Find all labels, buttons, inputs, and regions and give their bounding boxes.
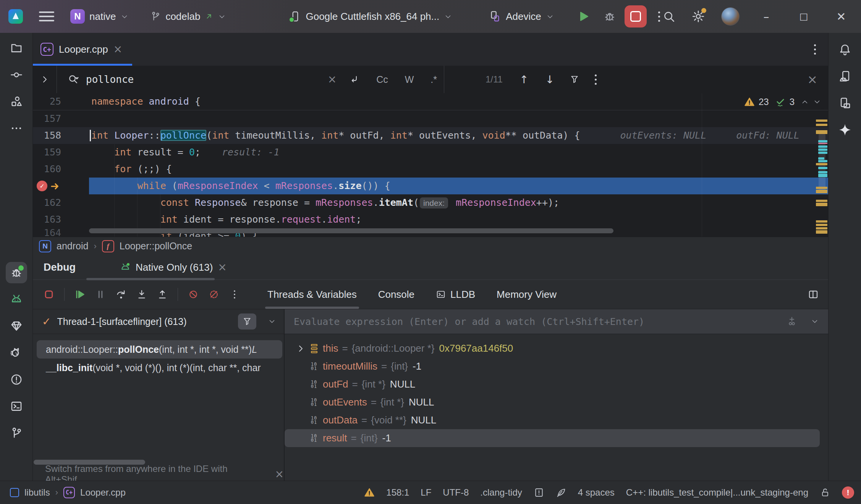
pause-button[interactable] bbox=[92, 286, 109, 303]
gutter[interactable]: 158 bbox=[33, 127, 89, 144]
user-avatar[interactable] bbox=[721, 7, 740, 26]
sidebar-item-terminal-icon[interactable] bbox=[6, 396, 27, 417]
sidebar-item-folder-icon[interactable] bbox=[6, 37, 27, 59]
stripe-mark[interactable] bbox=[816, 130, 827, 134]
gutter[interactable]: 163 bbox=[33, 211, 89, 228]
add-watch-icon[interactable] bbox=[786, 316, 798, 327]
variables-list[interactable]: this={android::Looper *}0x7967aa146f5010… bbox=[285, 334, 828, 482]
step-over-button[interactable] bbox=[113, 286, 129, 303]
code-area[interactable]: 23 3 25namespace android {157158int Loop… bbox=[33, 93, 828, 237]
resume-button[interactable] bbox=[71, 286, 88, 303]
next-match-icon[interactable]: ↓ bbox=[545, 73, 554, 86]
statusbar-file[interactable]: Looper.cpp bbox=[80, 487, 126, 498]
variable-row[interactable]: 1001timeoutMillis={int}-1 bbox=[285, 357, 828, 375]
mute-breakpoints-button[interactable] bbox=[206, 286, 222, 303]
breakpoint-icon[interactable]: ✓ bbox=[37, 181, 47, 191]
error-notification-icon[interactable]: ! bbox=[842, 486, 854, 499]
stripe-mark[interactable] bbox=[816, 163, 827, 165]
variable-row[interactable]: 1001outFd={int *}NULL bbox=[285, 375, 828, 393]
gutter[interactable]: 160 bbox=[33, 161, 89, 178]
step-out-button[interactable] bbox=[154, 286, 171, 303]
stripe-mark[interactable] bbox=[818, 167, 827, 169]
frames-list[interactable]: android::Looper::pollOnce(int, int *, in… bbox=[33, 334, 285, 482]
clang-tidy[interactable]: .clang-tidy bbox=[480, 487, 522, 498]
code-text[interactable]: while (mResponseIndex < mResponses.size(… bbox=[89, 178, 828, 194]
stop-button[interactable] bbox=[625, 5, 647, 27]
stripe-mark[interactable] bbox=[818, 149, 827, 151]
variable-row[interactable]: 1001outEvents={int *}NULL bbox=[285, 393, 828, 411]
frames-filter-button[interactable] bbox=[238, 313, 256, 330]
editor-options-icon[interactable] bbox=[812, 42, 818, 57]
sidebar-item-running-devices-icon[interactable] bbox=[834, 92, 856, 114]
expand-chevron-icon[interactable] bbox=[296, 344, 305, 353]
stripe-mark[interactable] bbox=[816, 203, 827, 206]
variable-row[interactable]: 1001result={int}-1 bbox=[285, 429, 820, 447]
search-options-icon[interactable] bbox=[592, 72, 599, 87]
tab-threads-variables[interactable]: Threads & Variables bbox=[267, 280, 357, 309]
sidebar-item-git-branch-icon[interactable] bbox=[6, 422, 27, 444]
thread-selector[interactable]: ✓ Thread-1-[surfaceflinger] (613) bbox=[33, 309, 285, 334]
stripe-mark[interactable] bbox=[818, 157, 824, 160]
device-selector[interactable]: Google Cuttlefish x86_64 ph... bbox=[290, 11, 452, 23]
tab-memory-view[interactable]: Memory View bbox=[497, 280, 557, 309]
vcs-branch-selector[interactable]: codelab bbox=[150, 11, 226, 23]
minimize-button[interactable]: – bbox=[756, 10, 777, 23]
feather-pen-icon[interactable] bbox=[556, 487, 566, 498]
caret-position[interactable]: 158:1 bbox=[386, 487, 409, 498]
stack-frame-row[interactable]: __libc_init(void *, void (*)(), int (*)(… bbox=[33, 359, 284, 377]
close-window-button[interactable]: ✕ bbox=[830, 10, 852, 23]
stop-button[interactable] bbox=[40, 286, 57, 303]
statusbar-module[interactable]: libutils bbox=[24, 487, 50, 498]
sidebar-item-android-head-icon[interactable] bbox=[6, 289, 27, 310]
close-session-icon[interactable]: × bbox=[218, 262, 227, 273]
tab-looper-cpp[interactable]: C+ Looper.cpp × bbox=[33, 33, 132, 66]
stripe-mark[interactable] bbox=[816, 227, 827, 229]
code-text[interactable]: const Response& response = mResponses.it… bbox=[89, 194, 828, 211]
search-filter-icon[interactable] bbox=[570, 74, 579, 84]
search-query[interactable]: pollonce bbox=[86, 74, 321, 85]
tab-lldb[interactable]: LLDB bbox=[436, 280, 475, 309]
gutter[interactable]: 164 bbox=[33, 228, 89, 237]
stripe-mark[interactable] bbox=[818, 160, 827, 162]
code-text[interactable]: int result = 0;result: -1 bbox=[89, 144, 828, 161]
sidebar-item-more-dots-icon[interactable] bbox=[6, 118, 27, 139]
stripe-mark[interactable] bbox=[816, 124, 827, 126]
gutter[interactable]: 25 bbox=[33, 93, 89, 110]
dismiss-hint-icon[interactable]: × bbox=[275, 469, 284, 480]
close-search-icon[interactable]: × bbox=[807, 73, 817, 86]
search-everywhere-button[interactable] bbox=[662, 10, 675, 23]
stripe-mark[interactable] bbox=[818, 152, 827, 154]
stripe-mark[interactable] bbox=[816, 230, 827, 234]
indent-setting[interactable]: 4 spaces bbox=[578, 487, 615, 498]
variable-row[interactable]: this={android::Looper *}0x7967aa146f50 bbox=[285, 339, 828, 357]
expand-search-icon[interactable] bbox=[33, 66, 57, 93]
stripe-mark[interactable] bbox=[816, 224, 827, 226]
code-text[interactable] bbox=[89, 110, 828, 127]
error-stripe-column[interactable] bbox=[815, 93, 828, 237]
gutter[interactable]: 162 bbox=[33, 194, 89, 211]
sidebar-item-commit-icon[interactable] bbox=[6, 64, 27, 86]
gutter[interactable]: ✓ bbox=[33, 178, 89, 194]
tab-scrollbar[interactable] bbox=[86, 278, 215, 280]
code-text[interactable]: for (;;) { bbox=[89, 161, 828, 178]
variable-row[interactable]: 1001outData={void **}NULL bbox=[285, 411, 828, 429]
sidebar-item-gem-icon[interactable] bbox=[6, 315, 27, 337]
settings-button[interactable] bbox=[691, 10, 705, 23]
newline-toggle-icon[interactable] bbox=[349, 74, 359, 85]
gutter[interactable]: 159 bbox=[33, 144, 89, 161]
more-options-button[interactable] bbox=[226, 286, 243, 303]
stripe-mark[interactable] bbox=[818, 143, 827, 144]
stack-frame-row[interactable]: android::Looper::pollOnce(int, int *, in… bbox=[37, 340, 282, 359]
stripe-mark[interactable] bbox=[818, 171, 827, 173]
stripe-mark[interactable] bbox=[816, 190, 827, 193]
whole-words-toggle[interactable]: W bbox=[405, 74, 414, 85]
line-ending[interactable]: LF bbox=[421, 487, 431, 498]
stripe-mark[interactable] bbox=[818, 145, 827, 148]
tab-console[interactable]: Console bbox=[378, 280, 414, 309]
sidebar-item-structure-icon[interactable] bbox=[6, 91, 27, 112]
sidebar-item-debug-bug-icon[interactable] bbox=[6, 262, 27, 283]
close-tab-icon[interactable]: × bbox=[113, 44, 122, 55]
search-field[interactable]: pollonce × Cc W .* bbox=[57, 66, 444, 93]
previous-problem-icon[interactable] bbox=[801, 98, 809, 106]
sidebar-item-bell-icon[interactable] bbox=[834, 39, 856, 60]
